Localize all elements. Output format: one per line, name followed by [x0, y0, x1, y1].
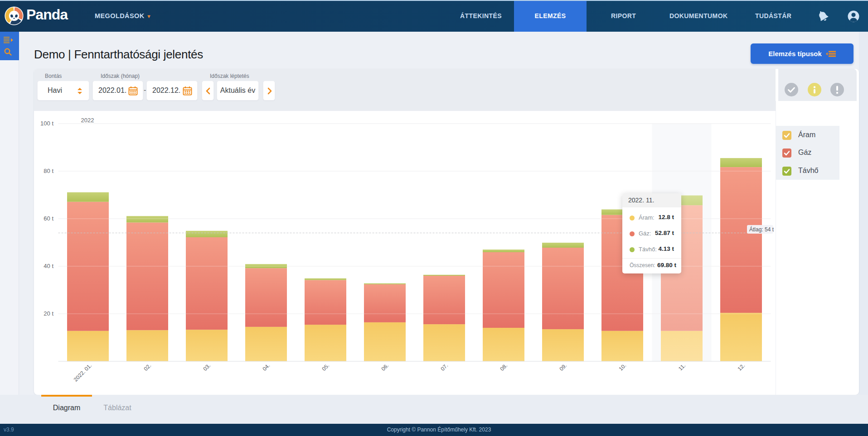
- svg-text:80 t: 80 t: [44, 168, 53, 174]
- svg-text:2022: 2022: [81, 117, 94, 124]
- svg-text:02.: 02.: [142, 362, 152, 372]
- svg-text:60 t: 60 t: [44, 215, 53, 222]
- svg-text:2022. 01.: 2022. 01.: [73, 362, 93, 383]
- svg-text:12.: 12.: [736, 362, 746, 372]
- svg-text:Átlag: 54 t: Átlag: 54 t: [749, 226, 774, 233]
- svg-text:40 t: 40 t: [44, 263, 53, 269]
- svg-text:03.: 03.: [202, 362, 212, 372]
- svg-text:08.: 08.: [499, 362, 509, 372]
- svg-text:10.: 10.: [617, 362, 627, 372]
- svg-text:20 t: 20 t: [44, 310, 53, 317]
- svg-text:07.: 07.: [439, 362, 449, 372]
- svg-text:100 t: 100 t: [40, 120, 53, 127]
- svg-text:04.: 04.: [261, 362, 271, 372]
- svg-text:06.: 06.: [380, 362, 390, 372]
- svg-text:11.: 11.: [677, 362, 687, 372]
- svg-text:05.: 05.: [320, 362, 330, 372]
- svg-text:09.: 09.: [558, 362, 568, 372]
